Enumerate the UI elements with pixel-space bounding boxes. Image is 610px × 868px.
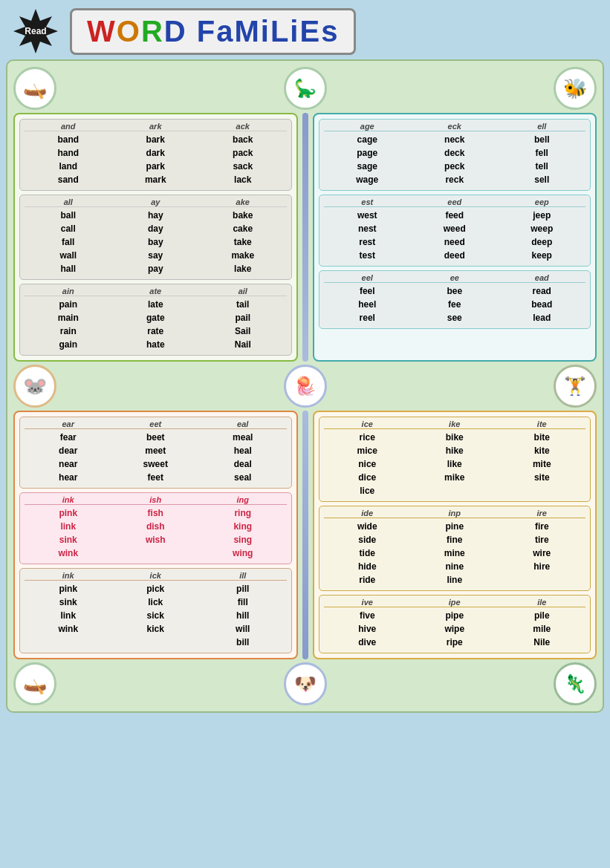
icon-bot-left: 🛶 [13, 662, 56, 705]
center-pipe-top [302, 113, 308, 362]
title-box: WORD FaMiLiEs [70, 8, 356, 55]
header-ark: ark [112, 122, 200, 131]
left-top-section: and ark ack band hand land sand bark [13, 113, 298, 362]
wf-group12: ive ipe ile five hive dive pipe wipe [319, 595, 591, 653]
icon-bot-right: 🦎 [554, 662, 597, 705]
left-bottom-section: ear eet eal fear dear near hear beet [13, 411, 298, 659]
bottom-icons-row: 🛶 🐶 🦎 [13, 662, 597, 705]
wf-group9: ink ick ill pink sink link wink pick [19, 568, 292, 653]
wf-group11: ide inp ire wide side tide hide ride [319, 506, 591, 591]
wf-group5: est eed eep west nest rest test feed [319, 195, 591, 267]
center-pipe-bottom [302, 411, 308, 659]
wf-group6: eel ee ead feel heel reel bee fee [319, 270, 591, 329]
content-row-1: and ark ack band hand land sand bark [13, 113, 597, 362]
right-top-section: age eck ell cage page sage wage neck [313, 113, 597, 362]
right-bottom-section: ice ike ite rice mice nice dice lice [313, 411, 597, 659]
icon-bot-mid: 🐶 [284, 662, 327, 705]
title-text: WORD FaMiLiEs [87, 15, 339, 48]
header-and: and [25, 122, 112, 131]
wf-group10: ice ike ite rice mice nice dice lice [319, 417, 591, 502]
content-row-2: ear eet eal fear dear near hear beet [13, 411, 597, 659]
wf-group4: age eck ell cage page sage wage neck [319, 119, 591, 191]
read-label: Read [25, 26, 46, 36]
icon-mid-mid: 🪼 [284, 365, 327, 408]
header: Read WORD FaMiLiEs [0, 0, 610, 59]
wf-group1-rows: band hand land sand bark dark park mark [25, 133, 287, 186]
wf-group2: all ay ake ball call fall wall hall [19, 195, 292, 280]
icon-top-right: 🐝 [554, 67, 597, 110]
wf-group8: ink ish ing pink link sink wink fish [19, 492, 292, 564]
mid-icons-row: 🐭 🪼 🏋️ [13, 365, 597, 408]
header-ack: ack [199, 122, 287, 131]
wf-group7: ear eet eal fear dear near hear beet [19, 417, 292, 489]
wf-group1: and ark ack band hand land sand bark [19, 119, 292, 191]
read-badge: Read [12, 7, 59, 55]
top-icons-row: 🛶 🦕 🐝 [13, 67, 597, 110]
wf-group3: ain ate ail pain main rain gain late [19, 284, 292, 356]
wf-group1-header: and ark ack [25, 122, 287, 131]
main-area: 🛶 🦕 🐝 and ark ack band ha [6, 59, 604, 713]
icon-mid-right: 🏋️ [554, 365, 597, 408]
page-container: Read WORD FaMiLiEs 🛶 🦕 🐝 and a [0, 0, 610, 868]
icon-top-left: 🛶 [13, 67, 56, 110]
wf-group2-header: all ay ake [25, 198, 287, 207]
icon-top-mid: 🦕 [284, 67, 327, 110]
icon-mid-left: 🐭 [13, 365, 56, 408]
